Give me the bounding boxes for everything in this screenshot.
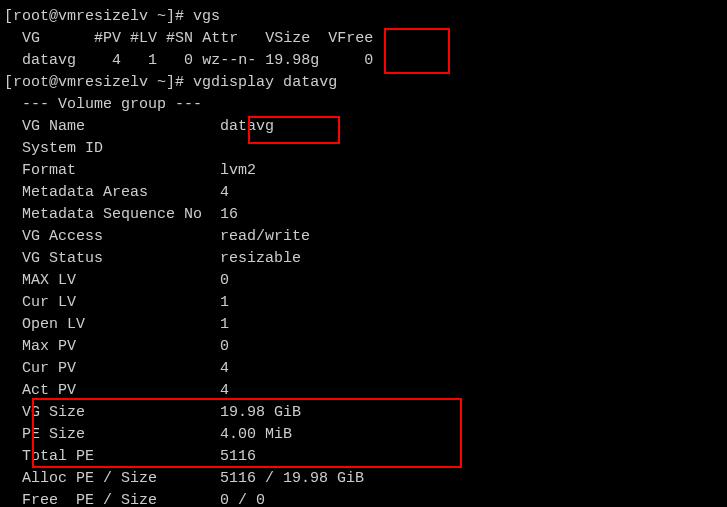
prompt-host: vmresizelv [58, 8, 148, 25]
lbl-meta-areas: Metadata Areas [22, 184, 148, 201]
vgs-hdr-sn: #SN [166, 30, 193, 47]
lbl-vg-size: VG Size [22, 404, 85, 421]
vgs-row-lv: 1 [148, 52, 157, 69]
vgs-row-attr: wz--n- [202, 52, 256, 69]
vgs-hdr-vfree: VFree [328, 30, 373, 47]
val-max-lv: 0 [220, 272, 229, 289]
lbl-vg-name: VG Name [22, 118, 85, 135]
prompt-user: root [13, 8, 49, 25]
terminal-window[interactable]: [root@vmresizelv ~]# vgs VG #PV #LV #SN … [0, 0, 727, 507]
lbl-cur-lv: Cur LV [22, 294, 76, 311]
vgs-hdr-attr: Attr [202, 30, 238, 47]
lbl-alloc-pe: Alloc PE / Size [22, 470, 157, 487]
command-vgdisplay: vgdisplay datavg [193, 74, 337, 91]
lbl-meta-seq: Metadata Sequence No [22, 206, 202, 223]
lbl-act-pv: Act PV [22, 382, 76, 399]
val-meta-areas: 4 [220, 184, 229, 201]
vgs-row-vfree: 0 [364, 52, 373, 69]
val-pe-size: 4.00 MiB [220, 426, 292, 443]
lbl-max-pv: Max PV [22, 338, 76, 355]
terminal-output: [root@vmresizelv ~]# vgs VG #PV #LV #SN … [0, 0, 727, 507]
vgs-hdr-lv: #LV [130, 30, 157, 47]
val-total-pe: 5116 [220, 448, 256, 465]
lbl-max-lv: MAX LV [22, 272, 76, 289]
val-format: lvm2 [220, 162, 256, 179]
prompt-user: root [13, 74, 49, 91]
val-vg-name: datavg [220, 118, 274, 135]
vgdisplay-header: --- Volume group --- [22, 96, 202, 113]
vgs-row-sn: 0 [184, 52, 193, 69]
val-vg-size: 19.98 GiB [220, 404, 301, 421]
lbl-vg-access: VG Access [22, 228, 103, 245]
lbl-open-lv: Open LV [22, 316, 85, 333]
vgs-hdr-vsize: VSize [265, 30, 310, 47]
lbl-format: Format [22, 162, 76, 179]
vgs-hdr-pv: #PV [94, 30, 121, 47]
lbl-pe-size: PE Size [22, 426, 85, 443]
vgs-hdr-vg: VG [22, 30, 40, 47]
command-vgs: vgs [193, 8, 220, 25]
vgs-row-pv: 4 [112, 52, 121, 69]
lbl-total-pe: Total PE [22, 448, 94, 465]
lbl-vg-status: VG Status [22, 250, 103, 267]
lbl-system-id: System ID [22, 140, 103, 157]
val-cur-lv: 1 [220, 294, 229, 311]
val-cur-pv: 4 [220, 360, 229, 377]
lbl-free-pe: Free PE / Size [22, 492, 157, 507]
val-vg-access: read/write [220, 228, 310, 245]
val-meta-seq: 16 [220, 206, 238, 223]
val-open-lv: 1 [220, 316, 229, 333]
prompt-host: vmresizelv [58, 74, 148, 91]
val-act-pv: 4 [220, 382, 229, 399]
lbl-cur-pv: Cur PV [22, 360, 76, 377]
prompt-cwd: ~ [157, 8, 166, 25]
vgs-row-vsize: 19.98g [265, 52, 319, 69]
prompt-cwd: ~ [157, 74, 166, 91]
val-vg-status: resizable [220, 250, 301, 267]
val-alloc-pe: 5116 / 19.98 GiB [220, 470, 364, 487]
val-max-pv: 0 [220, 338, 229, 355]
val-free-pe: 0 / 0 [220, 492, 265, 507]
vgs-row-vg: datavg [22, 52, 76, 69]
